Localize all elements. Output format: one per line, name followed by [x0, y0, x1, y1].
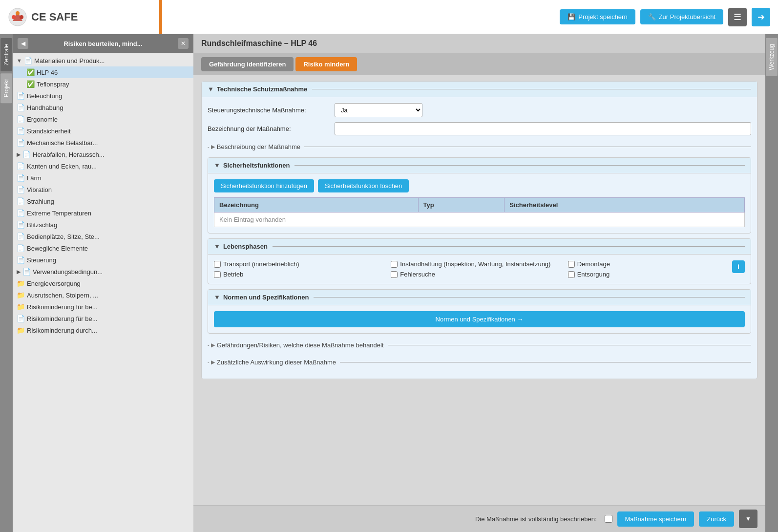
doc-icon: 📄	[17, 186, 25, 193]
tree-item[interactable]: 📄 Kanten und Ecken, rau...	[13, 160, 193, 172]
tab-bar: Gefährdung identifizieren Risiko mindern	[193, 53, 765, 75]
lp-item-transport: Transport (innerbetrieblich)	[214, 260, 391, 268]
tree-item[interactable]: 📄 Vibration	[13, 184, 193, 195]
normen-box: ▼ Normen und Spezifikationen Normen und …	[208, 289, 751, 334]
svg-point-4	[20, 15, 23, 19]
tab-risiko[interactable]: Risiko mindern	[295, 57, 357, 71]
top-bar: CE SAFE 💾 Projekt speichern 🔧 Zur Projek…	[0, 0, 778, 34]
tree-item[interactable]: 📄 Standsicherheit	[13, 125, 193, 137]
expand-icon: ▶	[17, 269, 21, 275]
logout-icon: ➜	[757, 12, 765, 22]
col-typ: Typ	[418, 198, 505, 213]
tree-item[interactable]: 📄 Beleuchtung	[13, 90, 193, 102]
tree-item[interactable]: 📁 Energieversorgung	[13, 277, 193, 289]
table-header-row: Bezeichnung Typ Sicherheitslevel	[214, 198, 745, 213]
gefaehrdungen-label: Gefährdungen/Risiken, welche diese Maßna…	[217, 341, 384, 349]
lp-item-betrieb: Betrieb	[214, 271, 391, 278]
section-header: ▼ Technische Schutzmaßnahme	[202, 82, 757, 97]
project-overview-button[interactable]: 🔧 Zur Projektübersicht	[640, 9, 723, 24]
doc-icon: ✅	[26, 68, 35, 76]
zusaetzliche-section: - ▶ Zusätzliche Auswirkung dieser Maßnah…	[208, 356, 751, 369]
section-divider	[388, 345, 751, 345]
add-sf-button[interactable]: Sicherheitsfunktion hinzufügen	[214, 179, 314, 192]
tree-item[interactable]: 📄 Bewegliche Elemente	[13, 242, 193, 254]
steuerungstechnische-select[interactable]: Ja Nein	[335, 103, 422, 117]
tree-item[interactable]: 📄 Ergonomie	[13, 113, 193, 125]
lp-checkbox-instandhaltung[interactable]	[391, 261, 398, 268]
normen-collapse-icon: ▼	[214, 294, 220, 301]
tree-item[interactable]: ▶ 📄 Herabfallen, Heraussch...	[13, 149, 193, 160]
tree-item[interactable]: 📁 Risikominderung durch...	[13, 324, 193, 336]
section-body: Steuerungstechnische Maßnahme: Ja Nein B…	[202, 97, 757, 379]
tree-item[interactable]: 📄 Bedienplätze, Sitze, Ste...	[13, 231, 193, 242]
tree-item[interactable]: 📄 Risikominderung für be...	[13, 313, 193, 324]
svg-point-3	[16, 11, 20, 15]
lp-col-1: Transport (innerbetrieblich) Betrieb	[214, 260, 391, 278]
lp-checkbox-demontage[interactable]	[568, 261, 575, 268]
bezeichnung-control	[335, 122, 751, 135]
sidebar-item-projekt[interactable]: Projekt	[0, 73, 12, 103]
doc-icon: 📄	[22, 268, 31, 276]
steuerungstechnische-control: Ja Nein	[335, 103, 751, 117]
gefaehrdungen-collapse-icon: - ▶	[208, 342, 215, 348]
tree-item[interactable]: 📄 Steuerung	[13, 254, 193, 266]
sidebar-item-zentrale[interactable]: Zentrale	[0, 38, 12, 71]
tree-item[interactable]: 📄 Extreme Temperaturen	[13, 207, 193, 219]
sidebar-item-werkzeug[interactable]: Werkzeug	[766, 38, 778, 76]
bezeichnung-input[interactable]	[335, 122, 751, 135]
save-massnahme-button[interactable]: Maßnahme speichern	[617, 511, 694, 527]
sicherheitsfunktionen-box: ▼ Sicherheitsfunktionen Sicherheitsfunkt…	[208, 157, 751, 234]
menu-icon: ☰	[734, 12, 741, 22]
lp-checkbox-entsorgung[interactable]	[568, 271, 575, 278]
nav-left-button[interactable]: ◀	[18, 38, 28, 49]
scroll-down-button[interactable]: ▼	[739, 510, 757, 528]
bezeichnung-label: Bezeichnung der Maßnahme:	[208, 125, 335, 132]
tree-item[interactable]: 📄 Strahlung	[13, 195, 193, 207]
top-actions: 💾 Projekt speichern 🔧 Zur Projektübersic…	[560, 8, 770, 26]
steuerungstechnische-row: Steuerungstechnische Maßnahme: Ja Nein	[208, 103, 751, 117]
tree-item[interactable]: 📄 Handhabung	[13, 102, 193, 113]
tree-item[interactable]: 📁 Risikominderung für be...	[13, 301, 193, 313]
right-side-tabs: Werkzeug	[765, 34, 778, 532]
tree-item[interactable]: 📄 Lärm	[13, 172, 193, 184]
delete-sf-button[interactable]: Sicherheitsfunktion löschen	[318, 179, 409, 192]
lp-info-button[interactable]: i	[732, 260, 745, 273]
doc-icon: 📄	[17, 209, 25, 217]
lp-item-fehlersuche: Fehlersuche	[391, 271, 568, 278]
back-button[interactable]: Zurück	[699, 511, 734, 527]
lp-collapse-icon: ▼	[214, 243, 220, 250]
tree-item[interactable]: ▶ 📄 Verwendungsbedingun...	[13, 266, 193, 277]
tree-item[interactable]: 📄 Blitzschlag	[13, 219, 193, 231]
expand-icon: ▼	[17, 58, 22, 64]
lp-col-3: Demontage Entsorgung i	[568, 260, 745, 278]
nav-arrows: ◀	[18, 38, 28, 49]
normen-body: Normen und Spezifikationen →	[208, 305, 751, 333]
lp-checkbox-transport[interactable]	[214, 261, 221, 268]
nav-right-button[interactable]: ✕	[178, 38, 189, 49]
tree-item[interactable]: ✅ Teflonspray	[13, 78, 193, 90]
zusaetzliche-label: Zusätzliche Auswirkung dieser Maßnahme	[217, 359, 336, 366]
menu-button[interactable]: ☰	[728, 8, 747, 26]
folder-icon: 📁	[17, 303, 25, 311]
tree-item[interactable]: 📄 Mechanische Belastbar...	[13, 137, 193, 149]
tree-item[interactable]: ✅ HLP 46	[13, 66, 193, 78]
lp-item-entsorgung: Entsorgung	[568, 271, 610, 278]
doc-icon: 📄	[17, 174, 25, 182]
doc-icon: 📄	[17, 115, 25, 123]
sf-title: Sicherheitsfunktionen	[223, 162, 290, 169]
form-inner: ▼ Technische Schutzmaßnahme Steuerungste…	[193, 75, 765, 391]
beschreibung-label: Beschreibung der Maßnahme	[217, 143, 300, 150]
lp-checkbox-betrieb[interactable]	[214, 271, 221, 278]
col-sicherheitslevel: Sicherheitslevel	[505, 198, 745, 213]
lp-checkbox-fehlersuche[interactable]	[391, 271, 398, 278]
content-title: Rundschleifmaschine – HLP 46	[193, 34, 765, 53]
tab-gefaehrdung[interactable]: Gefährdung identifizieren	[201, 57, 294, 71]
tree-item[interactable]: 📁 Ausrutschen, Stolpern, ...	[13, 289, 193, 301]
save-project-button[interactable]: 💾 Projekt speichern	[560, 9, 635, 24]
tree-item[interactable]: ▼ 📄 Materialien und Produk...	[13, 55, 193, 66]
main-layout: Zentrale Projekt ◀ Risiken beurteilen, m…	[0, 34, 778, 532]
content-area: Rundschleifmaschine – HLP 46 Gefährdung …	[193, 34, 765, 532]
normen-button[interactable]: Normen und Spezifikationen →	[214, 311, 745, 327]
massnahme-complete-checkbox[interactable]	[605, 515, 612, 523]
logout-button[interactable]: ➜	[752, 8, 770, 26]
